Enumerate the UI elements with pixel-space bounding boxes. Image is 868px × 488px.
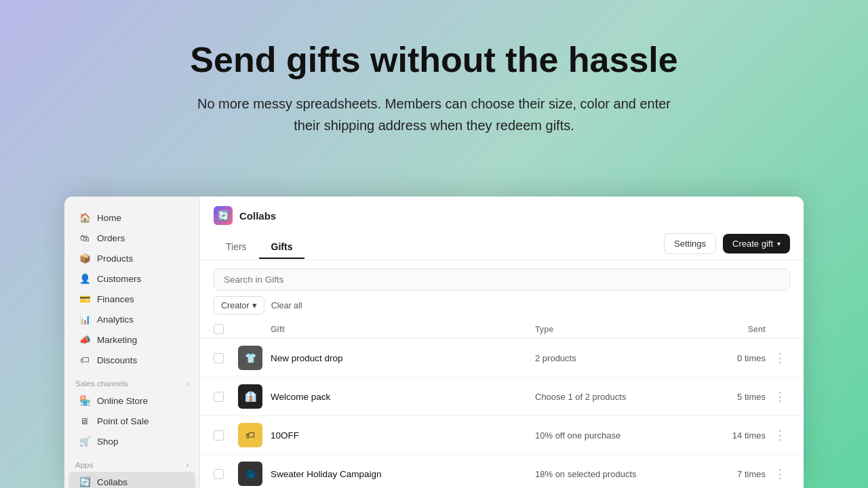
sidebar-label-analytics: Analytics [97,314,134,325]
sidebar-label-pos: Point of Sale [97,416,149,426]
row-checkbox-cell [214,430,238,441]
row-1-actions: ⋮ [766,349,790,367]
collabs-icon: 🔄 [79,476,90,487]
analytics-icon: 📊 [79,314,90,325]
create-gift-caret-icon: ▾ [777,240,781,247]
sidebar-item-marketing[interactable]: 📣 Marketing [68,329,195,350]
sidebar-item-home[interactable]: 🏠 Home [68,207,195,228]
row-4-sent: 7 times [684,469,766,479]
orders-icon: 🛍 [79,232,90,243]
table-row[interactable]: 👕 New product drop 2 products 0 times ⋮ [200,339,804,378]
table-row[interactable]: 🧥 Sweater Holiday Campaign 18% on select… [200,455,804,488]
select-all-checkbox[interactable] [214,324,224,334]
search-input[interactable] [214,268,790,291]
row-3-type: 10% off one purchase [535,430,684,441]
sidebar-label-online-store: Online Store [97,396,148,406]
row-1-more-button[interactable]: ⋮ [770,349,790,367]
header-gift: Gift [271,325,535,334]
apps-chevron[interactable]: › [186,462,189,469]
tab-tiers[interactable]: Tiers [214,236,259,259]
row-2-checkbox[interactable] [214,392,224,402]
sidebar-label-marketing: Marketing [97,335,137,345]
shop-icon: 🛒 [79,436,90,447]
settings-button[interactable]: Settings [664,233,716,254]
creator-filter-label: Creator [221,301,250,310]
sidebar-label-home: Home [97,213,121,223]
row-1-name: New product drop [271,353,535,363]
hero-section: Send gifts without the hassle No more me… [0,0,868,163]
creator-filter-caret: ▾ [252,300,257,310]
tabs-left: Tiers Gifts [214,235,304,258]
gifts-table: Gift Type Sent 👕 New product drop 2 prod… [200,320,804,488]
sidebar-item-finances[interactable]: 💳 Finances [68,289,195,309]
row-checkbox-cell [214,469,238,479]
filters-section: Creator ▾ Clear all [200,260,804,320]
row-2-sent: 5 times [684,392,766,402]
row-2-thumbnail: 👔 [238,384,262,409]
main-content: 🔄 Collabs Tiers Gifts Settings Create gi… [200,197,804,488]
sidebar-item-products[interactable]: 📦 Products [68,248,195,268]
row-3-checkbox[interactable] [214,430,224,441]
row-1-sent: 0 times [684,353,766,363]
row-2-actions: ⋮ [766,388,790,405]
row-4-checkbox[interactable] [214,469,224,479]
sidebar-item-analytics[interactable]: 📊 Analytics [68,309,195,329]
sidebar-label-customers: Customers [97,274,141,284]
row-checkbox-cell [214,392,238,402]
home-icon: 🏠 [79,212,90,223]
marketing-icon: 📣 [79,334,90,345]
tabs-bar: Tiers Gifts Settings Create gift ▾ [200,233,804,260]
row-4-more-button[interactable]: ⋮ [770,465,790,483]
create-gift-button[interactable]: Create gift ▾ [723,234,790,253]
sidebar-item-shop[interactable]: 🛒 Shop [68,431,195,451]
header-type: Type [535,325,684,334]
sidebar-label-shop: Shop [97,436,119,447]
table-header: Gift Type Sent [200,320,804,339]
sales-channels-label: Sales channels [75,380,128,388]
row-3-more-button[interactable]: ⋮ [770,426,790,444]
app-logo: 🔄 [214,206,233,225]
sales-channels-chevron[interactable]: › [186,380,189,388]
sidebar-label-collabs: Collabs [97,477,127,487]
sidebar-item-online-store[interactable]: 🏪 Online Store [68,390,195,411]
hero-subtitle: No more messy spreadsheets. Members can … [183,93,685,136]
sidebar-item-customers[interactable]: 👤 Customers [68,268,195,289]
app-window: 🏠 Home 🛍 Orders 📦 Products 👤 Customers 💳… [64,197,804,488]
sales-channels-section: Sales channels › [64,380,199,390]
row-4-actions: ⋮ [766,465,790,483]
table-row[interactable]: 🏷 10OFF 10% off one purchase 14 times ⋮ [200,416,804,455]
sidebar-label-discounts: Discounts [97,355,137,365]
pos-icon: 🖥 [79,415,90,426]
sidebar-item-collabs[interactable]: 🔄 Collabs [68,472,195,488]
sidebar-item-point-of-sale[interactable]: 🖥 Point of Sale [68,411,195,431]
creator-filter-button[interactable]: Creator ▾ [214,296,264,314]
row-1-checkbox[interactable] [214,353,224,363]
apps-label: Apps [75,461,93,469]
row-3-name: 10OFF [271,430,535,441]
topbar: 🔄 Collabs [200,197,804,225]
filter-row: Creator ▾ Clear all [214,296,790,314]
row-4-type: 18% on selected products [535,469,684,479]
row-3-thumbnail: 🏷 [238,423,262,447]
sidebar-label-finances: Finances [97,294,134,304]
online-store-icon: 🏪 [79,395,90,406]
sidebar-label-orders: Orders [97,233,125,243]
finances-icon: 💳 [79,293,90,304]
hero-title: Send gifts without the hassle [14,41,854,79]
customers-icon: 👤 [79,273,90,284]
row-checkbox-cell [214,353,238,363]
row-2-more-button[interactable]: ⋮ [770,388,790,405]
sidebar-item-orders[interactable]: 🛍 Orders [68,228,195,248]
header-sent: Sent [684,325,766,334]
row-1-thumbnail: 👕 [238,346,262,370]
tab-gifts[interactable]: Gifts [259,236,305,259]
sidebar-label-products: Products [97,253,133,264]
row-1-type: 2 products [535,353,684,363]
table-row[interactable]: 👔 Welcome pack Choose 1 of 2 products 5 … [200,378,804,416]
clear-all-button[interactable]: Clear all [271,298,302,314]
sidebar: 🏠 Home 🛍 Orders 📦 Products 👤 Customers 💳… [64,197,200,488]
header-checkbox-cell [214,324,238,334]
row-4-name: Sweater Holiday Campaign [271,469,535,479]
discounts-icon: 🏷 [79,354,90,365]
sidebar-item-discounts[interactable]: 🏷 Discounts [68,350,195,370]
